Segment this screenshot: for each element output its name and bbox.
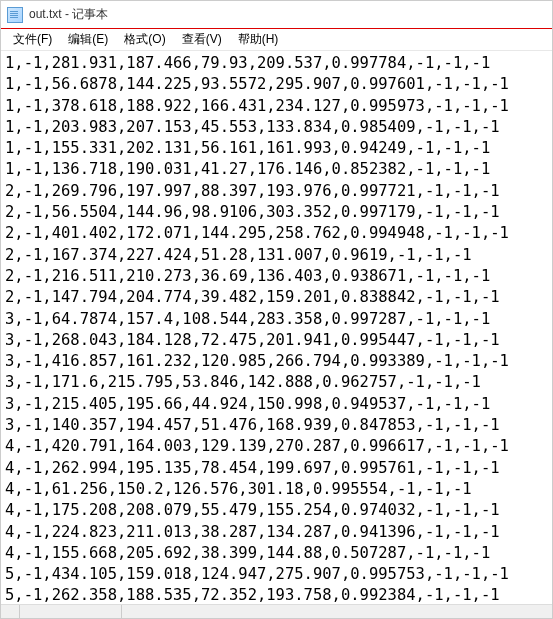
text-line: 4,-1,224.823,211.013,38.287,134.287,0.94…	[5, 522, 548, 543]
text-line: 2,-1,216.511,210.273,36.69,136.403,0.938…	[5, 266, 548, 287]
text-line: 3,-1,268.043,184.128,72.475,201.941,0.99…	[5, 330, 548, 351]
text-line: 4,-1,420.791,164.003,129.139,270.287,0.9…	[5, 436, 548, 457]
text-line: 1,-1,136.718,190.031,41.27,176.146,0.852…	[5, 159, 548, 180]
text-area[interactable]: 1,-1,281.931,187.466,79.93,209.537,0.997…	[1, 51, 552, 604]
menu-help[interactable]: 帮助(H)	[230, 29, 287, 50]
text-line: 1,-1,155.331,202.131,56.161,161.993,0.94…	[5, 138, 548, 159]
text-line: 2,-1,269.796,197.997,88.397,193.976,0.99…	[5, 181, 548, 202]
text-line: 4,-1,155.668,205.692,38.399,144.88,0.507…	[5, 543, 548, 564]
menu-bar: 文件(F) 编辑(E) 格式(O) 查看(V) 帮助(H)	[1, 29, 552, 51]
menu-view[interactable]: 查看(V)	[174, 29, 230, 50]
text-line: 3,-1,416.857,161.232,120.985,266.794,0.9…	[5, 351, 548, 372]
text-line: 3,-1,215.405,195.66,44.924,150.998,0.949…	[5, 394, 548, 415]
menu-edit[interactable]: 编辑(E)	[60, 29, 116, 50]
text-line: 2,-1,147.794,204.774,39.482,159.201,0.83…	[5, 287, 548, 308]
status-bar	[1, 604, 552, 618]
text-line: 1,-1,203.983,207.153,45.553,133.834,0.98…	[5, 117, 548, 138]
text-line: 4,-1,175.208,208.079,55.479,155.254,0.97…	[5, 500, 548, 521]
text-line: 1,-1,378.618,188.922,166.431,234.127,0.9…	[5, 96, 548, 117]
notepad-icon	[7, 7, 23, 23]
text-line: 5,-1,434.105,159.018,124.947,275.907,0.9…	[5, 564, 548, 585]
text-line: 3,-1,140.357,194.457,51.476,168.939,0.84…	[5, 415, 548, 436]
text-line: 2,-1,401.402,172.071,144.295,258.762,0.9…	[5, 223, 548, 244]
menu-format[interactable]: 格式(O)	[116, 29, 173, 50]
window-title: out.txt - 记事本	[29, 6, 108, 23]
text-line: 3,-1,171.6,215.795,53.846,142.888,0.9627…	[5, 372, 548, 393]
text-line: 4,-1,262.994,195.135,78.454,199.697,0.99…	[5, 458, 548, 479]
text-line: 2,-1,167.374,227.424,51.28,131.007,0.961…	[5, 245, 548, 266]
title-bar: out.txt - 记事本	[1, 1, 552, 29]
text-line: 3,-1,64.7874,157.4,108.544,283.358,0.997…	[5, 309, 548, 330]
text-line: 1,-1,281.931,187.466,79.93,209.537,0.997…	[5, 53, 548, 74]
text-line: 2,-1,56.5504,144.96,98.9106,303.352,0.99…	[5, 202, 548, 223]
text-line: 1,-1,56.6878,144.225,93.5572,295.907,0.9…	[5, 74, 548, 95]
text-line: 4,-1,61.256,150.2,126.576,301.18,0.99555…	[5, 479, 548, 500]
menu-file[interactable]: 文件(F)	[5, 29, 60, 50]
text-line: 5,-1,262.358,188.535,72.352,193.758,0.99…	[5, 585, 548, 604]
